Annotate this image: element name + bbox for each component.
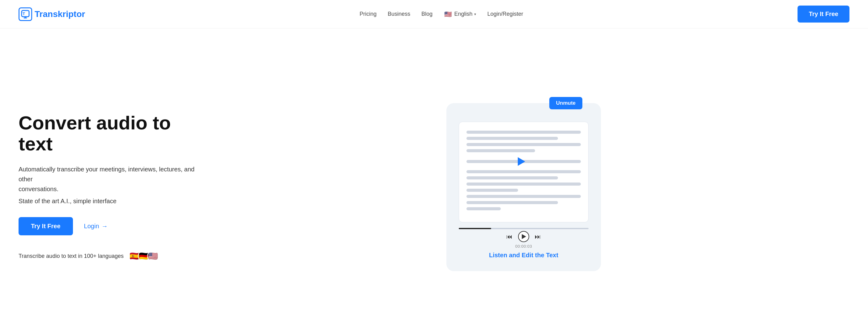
hero-right: Unmute [198, 103, 849, 271]
hero-title: Convert audio to text [19, 112, 198, 155]
language-count-text: Transcribe audio to text in 100+ languag… [19, 253, 124, 260]
nav-business[interactable]: Business [388, 11, 410, 17]
text-line-9 [466, 195, 581, 198]
flag-group: 🇪🇸 🇩🇪 🇺🇸 [129, 250, 159, 262]
hero-left: Convert audio to text Automatically tran… [19, 112, 198, 262]
us-flag-lang-icon: 🇺🇸 [147, 250, 159, 262]
text-line-1 [466, 131, 581, 134]
transcript-card [459, 122, 589, 222]
chevron-down-icon: ▾ [474, 12, 476, 16]
play-cursor-icon [518, 157, 525, 166]
progress-bar [459, 228, 589, 229]
text-line-4 [466, 149, 535, 152]
try-it-free-header-button[interactable]: Try It Free [798, 6, 849, 23]
rewind-button[interactable]: ⏮ [505, 233, 514, 241]
main-nav: Pricing Business Blog 🇺🇸 English ▾ Login… [360, 10, 523, 19]
play-cursor-area [466, 155, 581, 168]
video-widget: Unmute [446, 103, 601, 271]
listen-edit-link[interactable]: Listen and Edit the Text [489, 252, 558, 259]
play-icon [522, 234, 526, 239]
progress-fill [459, 228, 491, 229]
login-button[interactable]: Login → [84, 223, 108, 230]
us-flag-icon: 🇺🇸 [443, 10, 452, 19]
playback-controls: ⏮ ⏭ [505, 231, 542, 242]
text-line-6 [466, 176, 558, 179]
language-info: Transcribe audio to text in 100+ languag… [19, 250, 198, 262]
hero-subtitle-2: State of the art A.I., simple interface [19, 198, 198, 205]
language-label: English [454, 11, 472, 17]
timestamp-display: 00:00:03 [515, 244, 532, 248]
unmute-button[interactable]: Unmute [549, 97, 582, 109]
text-line-2 [466, 137, 558, 140]
logo-icon: T [19, 7, 32, 21]
play-pause-button[interactable] [518, 231, 529, 242]
logo[interactable]: T Transkriptor [19, 7, 85, 21]
svg-text:T: T [23, 11, 25, 16]
hero-subtitle-1: Automatically transcribe your meetings, … [19, 164, 198, 194]
fast-forward-button[interactable]: ⏭ [533, 233, 542, 241]
header: T Transkriptor Pricing Business Blog 🇺🇸 … [0, 0, 868, 28]
login-label: Login [84, 223, 99, 230]
try-it-free-hero-button[interactable]: Try It Free [19, 217, 73, 235]
language-selector[interactable]: 🇺🇸 English ▾ [443, 10, 476, 19]
text-line-8 [466, 189, 518, 192]
audio-controls: ⏮ ⏭ 00:00:03 [459, 228, 589, 248]
arrow-icon: → [102, 223, 108, 230]
text-line-7 [466, 182, 581, 186]
text-line-11 [466, 207, 501, 210]
hero-section: Convert audio to text Automatically tran… [0, 28, 868, 336]
nav-pricing[interactable]: Pricing [360, 11, 376, 17]
nav-blog[interactable]: Blog [421, 11, 432, 17]
nav-login-register[interactable]: Login/Register [487, 11, 523, 17]
hero-buttons: Try It Free Login → [19, 217, 198, 235]
text-line-10 [466, 201, 558, 204]
text-line-3 [466, 143, 581, 146]
text-line-5 [466, 170, 581, 173]
progress-track[interactable] [459, 228, 589, 229]
logo-text: Transkriptor [35, 9, 85, 19]
